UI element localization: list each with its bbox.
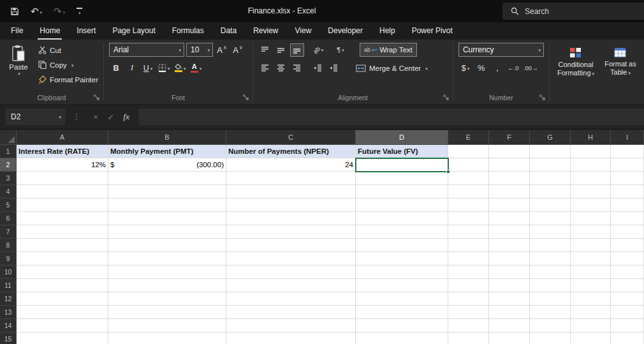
cell-E7[interactable] [448,225,489,239]
cell-C3[interactable] [226,172,356,185]
cell-A8[interactable] [17,239,108,252]
font-color-button[interactable]: A ▾ [189,61,203,75]
cell-A11[interactable] [17,279,108,292]
bold-button[interactable]: B [109,61,123,75]
increase-indent-button[interactable] [327,61,341,75]
cell-H6[interactable] [571,212,611,225]
cell-E12[interactable] [448,292,489,306]
cell-I5[interactable] [611,198,644,212]
decrease-font-size-button[interactable]: A∨ [231,43,245,57]
cell-H5[interactable] [571,198,611,212]
redo-button[interactable]: ↷▾ [54,6,65,16]
cell-C9[interactable] [226,252,356,265]
cell-D12[interactable] [356,292,448,306]
cell-D5[interactable] [356,198,448,212]
cell-A4[interactable] [17,185,108,198]
cell-H4[interactable] [571,185,611,198]
cell-D11[interactable] [356,279,448,292]
middle-align-button[interactable] [274,43,288,57]
selected-cell-outline[interactable] [355,158,449,172]
cell-G15[interactable] [530,333,571,344]
cell-A6[interactable] [17,212,108,225]
cell-G5[interactable] [530,198,571,212]
italic-button[interactable]: I [125,61,139,75]
cell-A15[interactable] [17,333,108,344]
cell-C7[interactable] [226,225,356,239]
cell-I3[interactable] [611,172,644,185]
cell-I10[interactable] [611,265,644,279]
cell-E6[interactable] [448,212,489,225]
tab-help[interactable]: Help [371,22,404,40]
cell-D3[interactable] [356,172,448,185]
cell-G9[interactable] [530,252,571,265]
align-left-button[interactable] [258,61,272,75]
cell-B11[interactable] [108,279,226,292]
cell-H7[interactable] [571,225,611,239]
cell-C10[interactable] [226,265,356,279]
cell-E1[interactable] [448,145,489,158]
cell-C1[interactable]: Number of Payments (NPER) [226,145,356,158]
font-dialog-launcher[interactable] [243,94,249,100]
row-header-1[interactable]: 1 [0,145,17,158]
column-header-E[interactable]: E [448,130,489,145]
cell-I11[interactable] [611,279,644,292]
cell-E8[interactable] [448,239,489,252]
cell-I1[interactable] [611,145,644,158]
column-header-H[interactable]: H [571,130,611,145]
cell-H14[interactable] [571,319,611,333]
cell-D7[interactable] [356,225,448,239]
decrease-decimal-button[interactable]: .00→ [522,61,539,75]
cell-B14[interactable] [108,319,226,333]
cell-A9[interactable] [17,252,108,265]
cell-G14[interactable] [530,319,571,333]
cell-B7[interactable] [108,225,226,239]
percent-style-button[interactable]: % [474,61,488,75]
increase-font-size-button[interactable]: A∧ [215,43,229,57]
cell-C12[interactable] [226,292,356,306]
cell-C6[interactable] [226,212,356,225]
cell-F2[interactable] [489,158,530,172]
formula-input[interactable] [139,108,644,125]
cell-G12[interactable] [530,292,571,306]
cell-F7[interactable] [489,225,530,239]
tab-review[interactable]: Review [245,22,286,40]
cell-H11[interactable] [571,279,611,292]
row-header-13[interactable]: 13 [0,306,17,319]
row-header-12[interactable]: 12 [0,292,17,306]
cut-button[interactable]: Cut [36,43,101,57]
paste-button[interactable]: Paste ▾ [5,43,32,86]
cell-I9[interactable] [611,252,644,265]
cell-E10[interactable] [448,265,489,279]
tab-developer[interactable]: Developer [319,22,371,40]
cell-B6[interactable] [108,212,226,225]
cell-H12[interactable] [571,292,611,306]
column-header-C[interactable]: C [226,130,356,145]
merge-center-button[interactable]: Merge & Center ▾ [353,61,430,75]
cell-G4[interactable] [530,185,571,198]
tab-file[interactable]: File [3,22,31,40]
search-box[interactable]: Search [502,3,644,20]
cell-E2[interactable] [448,158,489,172]
copy-button[interactable]: Copy ▾ [36,58,101,71]
cell-B10[interactable] [108,265,226,279]
tab-formulas[interactable]: Formulas [164,22,212,40]
cell-C8[interactable] [226,239,356,252]
borders-button[interactable]: ▾ [157,61,172,75]
formula-bar-grip[interactable]: ⋮ [65,112,88,121]
cell-B8[interactable] [108,239,226,252]
row-header-14[interactable]: 14 [0,319,17,333]
cell-B15[interactable] [108,333,226,344]
cell-A1[interactable]: Interest Rate (RATE) [17,145,108,158]
cell-E15[interactable] [448,333,489,344]
format-painter-button[interactable]: Format Painter [36,73,101,86]
row-header-6[interactable]: 6 [0,212,17,225]
accounting-format-button[interactable]: $▾ [458,61,472,75]
conditional-formatting-button[interactable]: Conditional Formatting▾ [555,43,597,93]
cell-C11[interactable] [226,279,356,292]
cell-B2[interactable]: $(300.00) [108,158,226,172]
fill-color-button[interactable]: ▾ [173,61,187,75]
cell-I7[interactable] [611,225,644,239]
clipboard-dialog-launcher[interactable] [94,94,100,100]
cell-G6[interactable] [530,212,571,225]
cell-C14[interactable] [226,319,356,333]
